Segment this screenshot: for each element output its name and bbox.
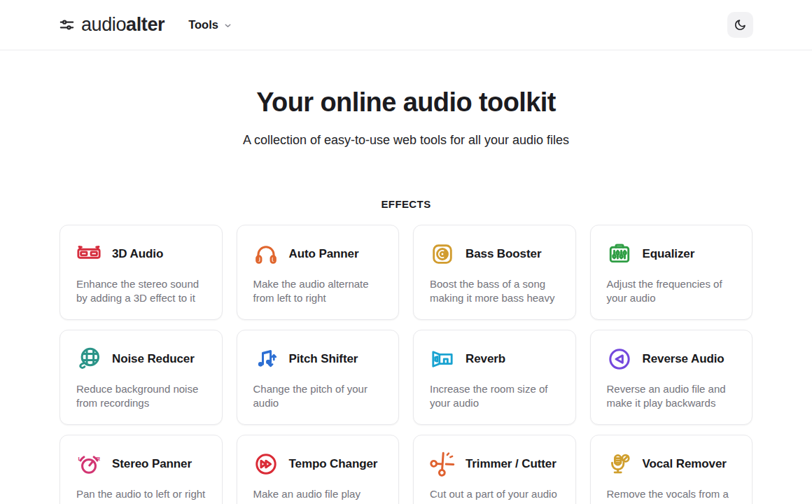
tool-card[interactable]: Noise Reducer Reduce background noise fr… (59, 330, 223, 425)
tool-card-description: Make the audio alternate from left to ri… (253, 277, 383, 305)
tool-card-description: Increase the room size of your audio (430, 382, 559, 410)
effects-grid: 3D Audio Enhance the stereo sound by add… (59, 225, 752, 504)
tool-card-header: Reverb (430, 346, 559, 372)
header: audioalter Tools (0, 0, 812, 50)
tool-card[interactable]: Reverse Audio Reverse an audio file and … (590, 330, 753, 425)
tool-card-header: Noise Reducer (76, 346, 206, 372)
tool-card[interactable]: Reverb Increase the room size of your au… (413, 330, 576, 425)
tool-card-header: 3D Audio (76, 241, 206, 267)
tool-card-header: Pitch Shifter (253, 346, 383, 372)
tool-card-description: Reverse an audio file and make it play b… (607, 382, 736, 410)
page-title: Your online audio toolkit (59, 87, 752, 119)
logo-text: audioalter (81, 14, 164, 36)
main-content: Your online audio toolkit A collection o… (59, 50, 752, 504)
sliders-icon (59, 17, 75, 33)
equalizer-icon (607, 241, 632, 267)
globe-mic-icon (76, 346, 102, 372)
tool-card[interactable]: 3D Audio Enhance the stereo sound by add… (59, 225, 223, 320)
tool-card-title: Pitch Shifter (289, 352, 358, 366)
reverse-play-icon (607, 346, 632, 372)
tool-card-description: Cut out a part of your audio file (430, 487, 559, 504)
tool-card-title: 3D Audio (112, 247, 163, 261)
tool-card-title: Equalizer (643, 247, 695, 261)
mic-slash-icon (607, 451, 632, 477)
svg-text:L: L (78, 455, 81, 461)
page-subtitle: A collection of easy-to-use web tools fo… (59, 133, 752, 148)
speaker-icon (430, 241, 455, 267)
logo-text-primary: audio (81, 14, 126, 35)
tool-card-description: Change the pitch of your audio (253, 382, 383, 410)
tool-card-title: Trimmer / Cutter (465, 457, 556, 471)
tool-card-description: Remove the vocals from a song, leaving o… (607, 487, 736, 504)
tool-card[interactable]: Trimmer / Cutter Cut out a part of your … (413, 435, 576, 504)
tool-card-header: Tempo Changer (253, 451, 383, 477)
tool-card-header: Bass Booster (430, 241, 559, 267)
tool-card-title: Stereo Panner (112, 457, 192, 471)
chevron-down-icon (223, 21, 232, 30)
tool-card-header: Auto Panner (253, 241, 383, 267)
tool-card-title: Reverse Audio (643, 352, 724, 366)
tool-card-description: Pan the audio to left or right (76, 487, 206, 501)
tool-card-title: Bass Booster (465, 247, 541, 261)
moon-icon (734, 18, 747, 31)
tool-card-header: LR Stereo Panner (76, 451, 206, 477)
tools-menu-button[interactable]: Tools (188, 18, 232, 31)
tool-card-description: Boost the bass of a song making it more … (430, 277, 559, 305)
tool-card-title: Reverb (465, 352, 505, 366)
tool-card-header: Reverse Audio (607, 346, 736, 372)
room-icon (430, 346, 455, 372)
tool-card[interactable]: Vocal Remover Remove the vocals from a s… (590, 435, 753, 504)
svg-text:R: R (96, 455, 100, 461)
tool-card[interactable]: LR Stereo Panner Pan the audio to left o… (59, 435, 223, 504)
header-container: audioalter Tools (59, 12, 753, 38)
tools-menu-label: Tools (188, 18, 218, 31)
fast-forward-icon (253, 451, 279, 477)
tool-card-header: Vocal Remover (607, 451, 736, 477)
tool-card-title: Auto Panner (289, 247, 359, 261)
tool-card-description: Reduce background noise from recordings (76, 382, 206, 410)
logo[interactable]: audioalter (59, 14, 164, 36)
tool-card[interactable]: Equalizer Adjust the frequencies of your… (590, 225, 753, 320)
tool-card-header: Trimmer / Cutter (430, 451, 559, 477)
tool-card[interactable]: Pitch Shifter Change the pitch of your a… (237, 330, 400, 425)
music-note-arrows-icon (253, 346, 279, 372)
tool-card-description: Enhance the stereo sound by adding a 3D … (76, 277, 206, 305)
tool-card[interactable]: Bass Booster Boost the bass of a song ma… (413, 225, 576, 320)
3d-glasses-icon (76, 241, 102, 267)
tool-card[interactable]: Tempo Changer Make an audio file play fa… (237, 435, 400, 504)
scissors-icon (430, 451, 455, 477)
tool-card-title: Vocal Remover (643, 457, 727, 471)
tool-card[interactable]: Auto Panner Make the audio alternate fro… (237, 225, 400, 320)
effects-section-heading: EFFECTS (59, 198, 752, 210)
pan-knob-icon: LR (76, 451, 102, 477)
dark-mode-toggle-button[interactable] (727, 12, 753, 38)
tool-card-title: Tempo Changer (289, 457, 378, 471)
tool-card-title: Noise Reducer (112, 352, 195, 366)
logo-text-secondary: alter (126, 14, 164, 35)
tool-card-header: Equalizer (607, 241, 736, 267)
tool-card-description: Make an audio file play faster or slower (253, 487, 383, 504)
headphones-icon (253, 241, 279, 267)
tool-card-description: Adjust the frequencies of your audio (607, 277, 736, 305)
